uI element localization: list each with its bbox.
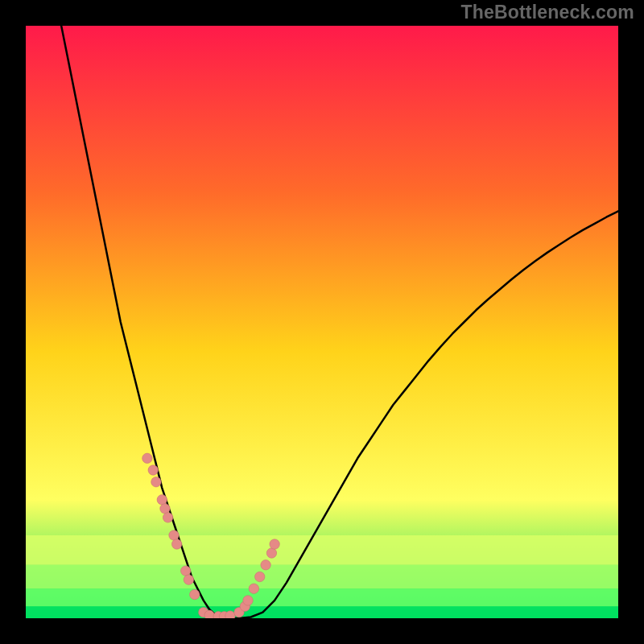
data-point — [249, 584, 258, 593]
data-point — [261, 560, 270, 570]
data-point — [184, 575, 193, 584]
data-point — [169, 530, 179, 540]
chart-container: TheBottleneck.com — [0, 0, 644, 644]
data-point — [163, 513, 172, 522]
data-point — [142, 453, 152, 463]
data-point — [157, 495, 167, 505]
chart-svg — [26, 26, 618, 618]
y-band-2 — [26, 588, 618, 606]
data-point — [148, 465, 158, 475]
data-point — [225, 611, 235, 618]
data-point — [171, 539, 181, 549]
data-point — [181, 566, 191, 576]
y-band-1 — [26, 565, 618, 588]
data-point — [270, 539, 279, 549]
y-band-0 — [26, 535, 618, 565]
y-band-3 — [26, 606, 618, 618]
data-point — [160, 504, 170, 514]
data-point — [204, 610, 214, 618]
data-point — [266, 548, 276, 558]
data-point — [243, 596, 253, 605]
watermark-text: TheBottleneck.com — [460, 2, 634, 23]
data-point — [255, 572, 265, 581]
plot-area — [26, 26, 618, 618]
gradient-background — [26, 26, 618, 618]
data-point — [151, 477, 161, 487]
data-point — [190, 589, 200, 599]
